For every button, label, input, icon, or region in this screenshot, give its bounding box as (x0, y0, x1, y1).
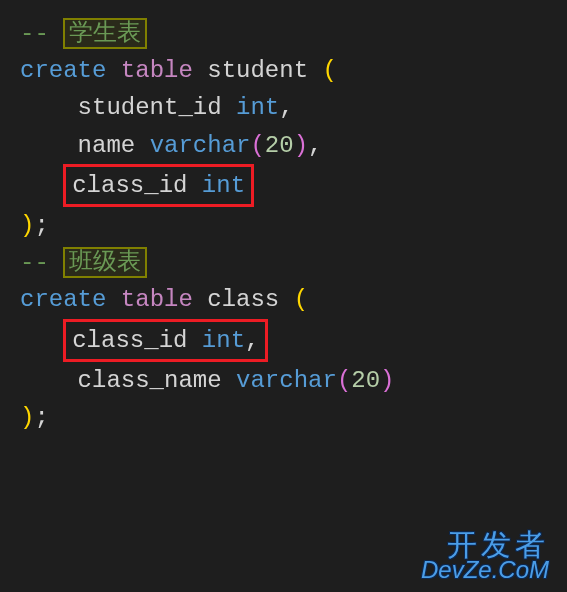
code-line-3: student_id int, (20, 89, 547, 126)
code-line-1: -- 学生表 (20, 15, 547, 52)
watermark: 开发者 DevZe.CoM (421, 530, 549, 582)
field-class-name: class_name (20, 367, 236, 394)
field-name: name (20, 132, 150, 159)
keyword-create: create (20, 286, 121, 313)
code-editor: -- 学生表 create table student ( student_id… (20, 15, 547, 436)
keyword-table: table (121, 57, 193, 84)
comment-marker: -- (20, 249, 63, 276)
close-paren-inner: ) (294, 132, 308, 159)
comment-highlight-green: 班级表 (63, 247, 147, 278)
type-int: int (202, 172, 245, 199)
code-line-7: -- 班级表 (20, 244, 547, 281)
code-line-9: class_id int, (20, 319, 547, 362)
table-name-class: class (193, 286, 294, 313)
keyword-create: create (20, 57, 121, 84)
open-paren: ( (294, 286, 308, 313)
code-line-6: ); (20, 207, 547, 244)
number-20: 20 (265, 132, 294, 159)
type-varchar: varchar (150, 132, 251, 159)
red-highlight-box-2: class_id int, (63, 319, 268, 362)
keyword-table: table (121, 286, 193, 313)
table-name-student: student (193, 57, 323, 84)
field-class-id: class_id (72, 172, 202, 199)
comma: , (245, 327, 259, 354)
open-paren-inner: ( (337, 367, 351, 394)
close-paren-inner: ) (380, 367, 394, 394)
watermark-domain: DevZe.CoM (421, 558, 549, 582)
code-line-11: ); (20, 399, 547, 436)
comma: , (308, 132, 322, 159)
type-varchar: varchar (236, 367, 337, 394)
close-paren: ) (20, 404, 34, 431)
comment-highlight-green: 学生表 (63, 18, 147, 49)
type-int: int (236, 94, 279, 121)
code-line-10: class_name varchar(20) (20, 362, 547, 399)
field-class-id: class_id (72, 327, 202, 354)
comment-marker: -- (20, 20, 63, 47)
code-line-8: create table class ( (20, 281, 547, 318)
number-20: 20 (351, 367, 380, 394)
semicolon: ; (34, 404, 48, 431)
type-int: int (202, 327, 245, 354)
red-highlight-box-1: class_id int (63, 164, 254, 207)
code-line-4: name varchar(20), (20, 127, 547, 164)
field-student-id: student_id (20, 94, 236, 121)
close-paren: ) (20, 212, 34, 239)
comma: , (279, 94, 293, 121)
open-paren: ( (322, 57, 336, 84)
open-paren-inner: ( (250, 132, 264, 159)
semicolon: ; (34, 212, 48, 239)
code-line-5: class_id int (20, 164, 547, 207)
code-line-2: create table student ( (20, 52, 547, 89)
